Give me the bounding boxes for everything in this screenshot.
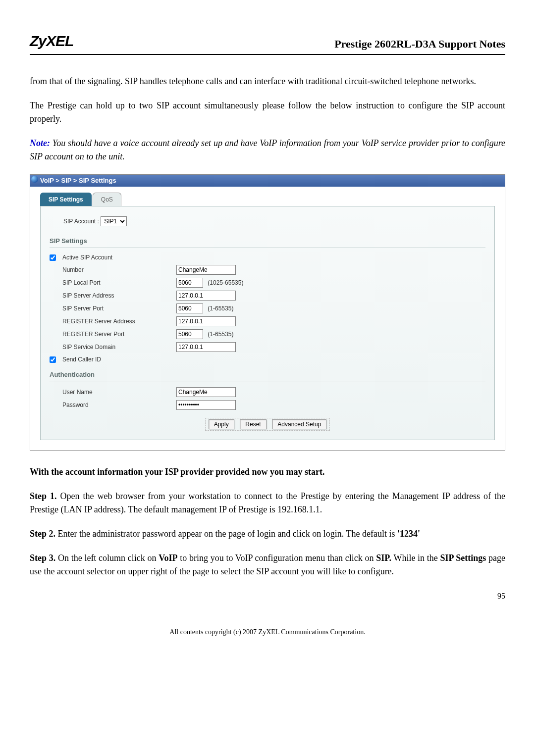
sip-account-label: SIP Account : [63, 218, 99, 225]
password-input[interactable] [176, 400, 236, 410]
doc-title: Prestige 2602RL-D3A Support Notes [334, 36, 505, 52]
copyright: All contents copyright (c) 2007 ZyXEL Co… [30, 627, 505, 637]
user-name-input[interactable] [176, 387, 236, 397]
tab-sip-settings[interactable]: SIP Settings [40, 193, 92, 206]
step-3-sip: SIP. [376, 553, 391, 563]
number-label: Number [62, 265, 176, 274]
local-port-input[interactable] [176, 278, 203, 288]
page-header: ZyXEL Prestige 2602RL-D3A Support Notes [30, 30, 505, 55]
local-port-hint: (1025-65535) [208, 279, 243, 286]
server-addr-input[interactable] [176, 291, 236, 301]
logo: ZyXEL [30, 30, 73, 52]
server-port-input[interactable] [176, 303, 203, 313]
step-2-text: Enter the administrator password appear … [55, 529, 397, 539]
auth-form: User Name Password [50, 387, 485, 410]
user-name-label: User Name [62, 388, 176, 397]
server-port-hint: (1-65535) [208, 305, 233, 312]
step-3-label: Step 3. [30, 553, 55, 563]
server-port-label: SIP Server Port [62, 304, 176, 313]
step-3-voip: VoIP [159, 553, 177, 563]
intro-paragraph-1: from that of the signaling. SIP handles … [30, 75, 505, 88]
auth-header: Authentication [50, 367, 485, 382]
note-text: You should have a voice account already … [30, 138, 505, 161]
server-addr-label: SIP Server Address [62, 291, 176, 300]
reset-button[interactable]: Reset [240, 419, 266, 429]
active-sip-label: Active SIP Account [62, 253, 485, 262]
local-port-label: SIP Local Port [62, 278, 176, 287]
note-label: Note: [30, 138, 50, 148]
number-input[interactable] [176, 265, 236, 275]
tab-qos[interactable]: QoS [93, 193, 121, 206]
step-2-label: Step 2. [30, 529, 55, 539]
step-3: Step 3. On the left column click on VoIP… [30, 552, 505, 578]
sip-settings-screenshot: VoIP > SIP > SIP Settings SIP Settings Q… [30, 174, 505, 451]
step-1-text: Open the web browser from your workstati… [30, 491, 505, 514]
intro-paragraph-2: The Prestige can hold up to two SIP acco… [30, 99, 505, 126]
domain-input[interactable] [176, 342, 236, 352]
active-sip-checkbox[interactable] [50, 254, 56, 261]
advanced-setup-button[interactable]: Advanced Setup [272, 419, 326, 429]
step-1: Step 1. Open the web browser from your w… [30, 490, 505, 516]
caller-id-checkbox[interactable] [50, 356, 56, 363]
step-3-sipset: SIP Settings [440, 553, 486, 563]
step-1-label: Step 1. [30, 491, 57, 501]
page-number: 95 [30, 590, 505, 602]
caller-id-label: Send Caller ID [62, 355, 485, 364]
step-2: Step 2. Enter the administrator password… [30, 527, 505, 541]
step-2-value: '1234' [397, 529, 420, 539]
apply-button[interactable]: Apply [209, 419, 234, 429]
sip-account-select[interactable]: SIP1 [101, 216, 127, 226]
note-paragraph: Note: You should have a voice account al… [30, 137, 505, 163]
reg-port-label: REGISTER Server Port [62, 330, 176, 339]
reg-addr-input[interactable] [176, 316, 236, 326]
step-3-text-b: to bring you to VoIP configuration menu … [178, 553, 376, 563]
reg-port-input[interactable] [176, 329, 203, 339]
breadcrumb: VoIP > SIP > SIP Settings [30, 175, 505, 187]
button-row: Apply Reset Advanced Setup [50, 418, 485, 431]
step-3-text-c: While in the [391, 553, 440, 563]
reg-addr-label: REGISTER Server Address [62, 317, 176, 326]
step-3-text-a: On the left column click on [55, 553, 159, 563]
password-label: Password [62, 401, 176, 409]
tab-bar: SIP Settings QoS [40, 193, 495, 206]
settings-panel: SIP Account : SIP1 SIP Settings Active S… [40, 206, 495, 440]
sip-settings-header: SIP Settings [50, 233, 485, 249]
lead-sentence: With the account information your ISP pr… [30, 465, 505, 479]
sip-form: Active SIP Account Number SIP Local Port… [50, 253, 485, 364]
sip-account-row: SIP Account : SIP1 [50, 213, 485, 233]
domain-label: SIP Service Domain [62, 343, 176, 352]
reg-port-hint: (1-65535) [208, 331, 233, 338]
